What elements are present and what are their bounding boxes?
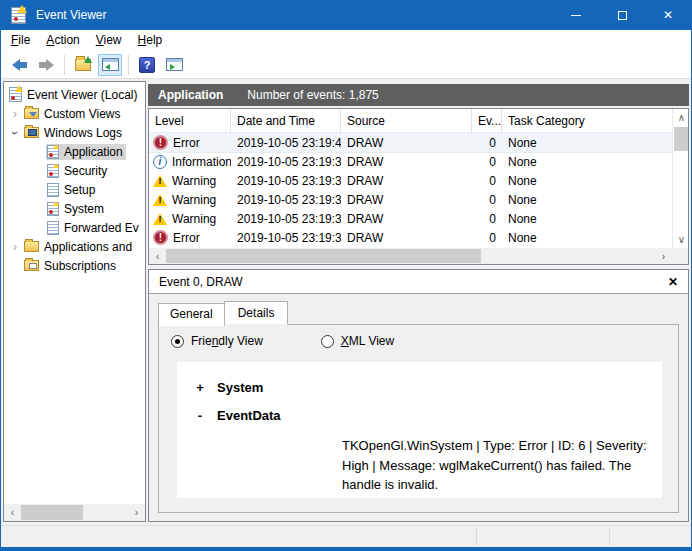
show-hide-action-pane-button[interactable] (162, 54, 186, 76)
back-button[interactable] (7, 54, 31, 76)
column-header-datetime[interactable]: Date and Time (231, 109, 341, 133)
table-row[interactable]: !Error 2019-10-05 23:19:48 DRAW 0 None (149, 133, 672, 152)
custom-views-folder-icon (24, 108, 39, 119)
help-icon: ? (139, 57, 155, 73)
minimize-icon (571, 15, 581, 16)
error-icon: ! (153, 230, 168, 245)
event-viewer-app-icon (11, 7, 26, 24)
friendly-view-content: + System - EventData TKOpenGl.WinSystem … (177, 362, 662, 498)
preview-tabs: General Details (158, 301, 679, 324)
table-row[interactable]: iInformation 2019-10-05 23:19:37 DRAW 0 … (149, 152, 672, 171)
scroll-down-icon[interactable]: ∨ (673, 231, 690, 248)
workspace: Event Viewer (Local) › Custom Views › Wi… (1, 79, 691, 525)
menu-view[interactable]: View (88, 30, 130, 51)
window-title: Event Viewer (36, 8, 106, 22)
chevron-down-icon[interactable]: › (8, 125, 22, 141)
xml-view-radio[interactable]: XML View (321, 334, 394, 348)
scroll-left-icon[interactable]: ‹ (149, 248, 166, 265)
log-header-bar: Application Number of events: 1,875 (148, 84, 689, 106)
toolbar-separator (64, 55, 65, 75)
table-row[interactable]: Warning 2019-10-05 23:19:37 DRAW 0 None (149, 209, 672, 228)
titlebar: Event Viewer ✕ (1, 0, 691, 30)
table-row[interactable]: Warning 2019-10-05 23:19:37 DRAW 0 None (149, 171, 672, 190)
event-message: TKOpenGl.WinSystem | Type: Error | ID: 6… (342, 436, 660, 495)
table-horizontal-scrollbar[interactable]: ‹ › (149, 248, 672, 264)
table-row[interactable]: Warning 2019-10-05 23:19:37 DRAW 0 None (149, 190, 672, 209)
event-count: Number of events: 1,875 (247, 88, 378, 102)
console-tree-icon (102, 58, 119, 71)
forward-button[interactable] (34, 54, 58, 76)
maximize-button[interactable] (599, 0, 645, 30)
warning-icon (153, 193, 167, 207)
preview-close-icon[interactable]: ✕ (668, 275, 678, 289)
security-log-icon (47, 164, 59, 178)
results-region: Application Number of events: 1,875 Leve… (148, 79, 689, 525)
column-header-task-category[interactable]: Task Category (502, 109, 672, 133)
tab-general[interactable]: General (158, 303, 225, 326)
column-header-level[interactable]: Level (149, 109, 231, 133)
maximize-icon (618, 11, 627, 20)
information-icon: i (153, 155, 167, 169)
menu-file[interactable]: File (3, 30, 38, 51)
tree-horizontal-scrollbar[interactable]: ‹ › (4, 504, 145, 521)
tree-item-security[interactable]: Security (4, 161, 145, 180)
scroll-right-icon[interactable]: › (655, 248, 672, 265)
eventdata-node[interactable]: - EventData (195, 408, 662, 423)
tree-item-applications-and-services[interactable]: › Applications and (4, 237, 145, 256)
system-node[interactable]: + System (195, 380, 662, 395)
menu-help[interactable]: Help (130, 30, 171, 51)
tree-item-application[interactable]: Application (4, 142, 145, 161)
tab-details[interactable]: Details (224, 301, 289, 325)
preview-header: Event 0, DRAW ✕ (149, 270, 688, 294)
column-header-source[interactable]: Source (341, 109, 472, 133)
friendly-view-radio[interactable]: Friendly View (171, 334, 263, 348)
action-pane-icon (166, 58, 183, 71)
tree-item-forwarded-events[interactable]: Forwarded Ev (4, 218, 145, 237)
scrollbar-corner (672, 248, 688, 264)
show-hide-console-tree-button[interactable] (98, 54, 122, 76)
tree-item-custom-views[interactable]: › Custom Views (4, 104, 145, 123)
scroll-left-icon[interactable]: ‹ (4, 504, 21, 521)
menubar: File Action View Help (1, 30, 691, 51)
close-icon: ✕ (663, 8, 673, 22)
preview-title: Event 0, DRAW (159, 275, 243, 289)
table-hscrollbar-thumb[interactable] (166, 249, 481, 263)
warning-icon (153, 212, 167, 226)
table-row[interactable]: !Error 2019-10-05 23:19:37 DRAW 0 None (149, 228, 672, 247)
tree-item-setup[interactable]: Setup (4, 180, 145, 199)
event-viewer-icon (9, 87, 22, 102)
tree-item-event-viewer-local[interactable]: Event Viewer (Local) (4, 85, 145, 104)
open-saved-log-button[interactable] (71, 54, 95, 76)
minimize-button[interactable] (553, 0, 599, 30)
forwarded-events-log-icon (47, 221, 59, 235)
expand-icon[interactable]: + (195, 380, 205, 395)
chevron-right-icon[interactable]: › (7, 107, 23, 121)
radio-selected-icon (171, 335, 184, 348)
close-button[interactable]: ✕ (645, 0, 691, 30)
window-bottom-border (1, 547, 691, 551)
event-preview-pane: Event 0, DRAW ✕ General Details Friendly… (148, 269, 689, 522)
tree-item-system[interactable]: System (4, 199, 145, 218)
table-vscrollbar-thumb[interactable] (674, 127, 688, 151)
event-viewer-window: Event Viewer ✕ File Action View Help ? (0, 0, 692, 551)
column-header-event[interactable]: Ev... (472, 109, 502, 133)
tree-item-subscriptions[interactable]: Subscriptions (4, 256, 145, 275)
scroll-right-icon[interactable]: › (128, 504, 145, 521)
menu-action[interactable]: Action (38, 30, 87, 51)
subscriptions-icon (24, 260, 39, 271)
table-vertical-scrollbar[interactable]: ∧ ∨ (672, 109, 688, 248)
chevron-right-icon[interactable]: › (7, 240, 23, 254)
statusbar-divider (476, 528, 477, 545)
tree-scrollbar-thumb[interactable] (21, 505, 83, 520)
collapse-icon[interactable]: - (195, 408, 205, 423)
forward-arrow-icon (39, 59, 54, 71)
application-log-icon (47, 145, 59, 159)
details-tab-page: Friendly View XML View + System (158, 324, 679, 513)
table-header: Level Date and Time Source Ev... Task Ca… (149, 109, 672, 133)
scroll-up-icon[interactable]: ∧ (673, 109, 690, 126)
tree-item-windows-logs[interactable]: › Windows Logs (4, 123, 145, 142)
help-button[interactable]: ? (135, 54, 159, 76)
system-log-icon (47, 202, 59, 216)
windows-logs-folder-icon (24, 127, 39, 138)
statusbar (1, 525, 691, 547)
